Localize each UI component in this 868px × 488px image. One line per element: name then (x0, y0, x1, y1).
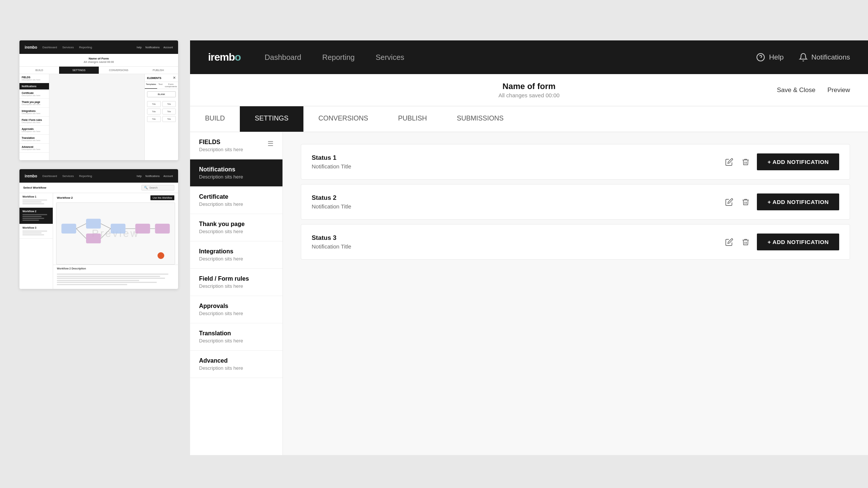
svg-line-11 (101, 229, 111, 238)
svg-rect-6 (135, 224, 150, 234)
sidebar-approvals-desc: Description sits here (199, 311, 273, 316)
sp1-si-approvals[interactable]: Approvals Description sits here (19, 126, 49, 135)
edit-icon-3[interactable] (724, 237, 734, 247)
sp1-el-text[interactable]: Text (157, 82, 163, 89)
sp1-nav-services[interactable]: Services (62, 46, 74, 49)
sp1-el-components[interactable]: Form components (163, 82, 178, 89)
sp2-workflow-body: Workflow 1 Workflow 2 (19, 193, 178, 289)
sp2-active-wf-title: Workflow 2 (57, 196, 73, 199)
sp1-si-advanced[interactable]: Advanced Description sits here (19, 144, 49, 153)
sidebar-item-thankyou[interactable]: Thank you page Description sits here (190, 214, 282, 241)
sp1-tab-settings[interactable]: SETTINGS (59, 67, 99, 74)
sp1-elements-title: ELEMENTS (147, 77, 161, 79)
sp1-si-thankyou[interactable]: Thank you page Description sits here (19, 99, 49, 108)
sidebar-notifications-desc: Description sits here (199, 174, 273, 180)
sp2-notifications[interactable]: Notifications (146, 175, 160, 177)
sp1-tab-build[interactable]: BUILD (19, 67, 59, 74)
sp1-si-integrations[interactable]: Integrations Description sits here (19, 108, 49, 117)
sp1-si-fields[interactable]: FIELDS Description sits here (19, 74, 49, 83)
save-close-button[interactable]: Save & Close (777, 86, 816, 94)
tab-submissions[interactable]: SUBMISSIONS (442, 106, 519, 132)
sp1-nav-reporting[interactable]: Reporting (79, 46, 92, 49)
svg-rect-4 (86, 234, 101, 243)
sp2-wf-item-3[interactable]: Workflow 3 (19, 224, 53, 239)
edit-icon-1[interactable] (724, 157, 734, 167)
sp2-nav-services[interactable]: Services (62, 174, 74, 178)
delete-icon-2[interactable] (740, 197, 751, 207)
tab-settings[interactable]: SETTINGS (240, 106, 303, 132)
sp1-grid-item-5[interactable]: Title (147, 116, 161, 122)
sp2-account[interactable]: Account (163, 175, 173, 177)
sp2-nav-dashboard[interactable]: Dashboard (42, 174, 57, 178)
status-1-label: Status 1 (312, 154, 351, 162)
status-2-info: Status 2 Notification Title (312, 194, 351, 210)
sidebar-item-translation[interactable]: Translation Description sits here (190, 323, 282, 351)
sp1-grid-item-6[interactable]: Title (162, 116, 176, 122)
add-notification-btn-2[interactable]: + ADD NOTIFICATION (757, 193, 839, 210)
sp1-help[interactable]: help (137, 46, 141, 49)
tab-publish[interactable]: PUBLISH (383, 106, 442, 132)
sidebar-approvals-title: Approvals (199, 303, 273, 309)
tab-conversions[interactable]: CONVERSIONS (303, 106, 383, 132)
delete-icon-1[interactable] (740, 157, 751, 167)
sp2-nav-reporting[interactable]: Reporting (79, 174, 92, 178)
notifications-button[interactable]: Notifications (799, 53, 850, 62)
search-input[interactable] (149, 186, 172, 189)
sp1-si-certificate[interactable]: Certificate Description sits here (19, 90, 49, 99)
sidebar-item-integrations[interactable]: Integrations Description sits here (190, 241, 282, 269)
delete-icon-3[interactable] (740, 237, 751, 247)
sp1-elements-close[interactable]: ✕ (173, 76, 176, 80)
status-1-info: Status 1 Notification Title (312, 154, 351, 170)
sp1-el-templates[interactable]: Templates (145, 82, 157, 89)
sp1-grid-item-4[interactable]: Title (162, 109, 176, 115)
sidebar-formrules-desc: Description sits here (199, 283, 273, 289)
status-card-2: Status 2 Notification Title + ADD NOTIFI… (301, 184, 850, 220)
sidebar-item-advanced[interactable]: Advanced Description sits here (190, 351, 282, 378)
status-3-label: Status 3 (312, 234, 351, 242)
sp1-si-formrules[interactable]: Field / Form rules Description sits here (19, 117, 49, 126)
sidebar-item-formrules[interactable]: Field / Form rules Description sits here (190, 269, 282, 296)
edit-icon-2[interactable] (724, 197, 734, 207)
workflow-diagram (56, 203, 175, 264)
add-notification-btn-3[interactable]: + ADD NOTIFICATION (757, 234, 839, 250)
add-notification-btn-1[interactable]: + ADD NOTIFICATION (757, 153, 839, 170)
sidebar: FIELDS Description sits here ☰ Notificat… (190, 132, 283, 455)
sp2-wf-item-2[interactable]: Workflow 2 (19, 208, 53, 224)
nav-dashboard[interactable]: Dashboard (265, 53, 301, 62)
sp2-logo: irembo (25, 174, 37, 178)
sp2-wf-item-1[interactable]: Workflow 1 (19, 193, 53, 208)
sp2-help[interactable]: help (137, 175, 141, 177)
sidebar-item-approvals[interactable]: Approvals Description sits here (190, 296, 282, 323)
sp1-grid-item-3[interactable]: Title (147, 109, 161, 115)
sp1-grid-item-1[interactable]: Title (147, 101, 161, 107)
notifications-label: Notifications (812, 53, 850, 61)
sidebar-translation-title: Translation (199, 330, 273, 337)
sp1-si-notifications[interactable]: Notifications (19, 83, 49, 90)
sp1-tab-publish[interactable]: PUBLISH (138, 67, 178, 74)
sp1-nav-dashboard[interactable]: Dashboard (42, 46, 57, 49)
status-2-label: Status 2 (312, 194, 351, 202)
sp1-blank-btn[interactable]: BLANK (147, 91, 176, 97)
sp2-wf-main: Workflow 2 Use this Workflow (53, 193, 178, 289)
sp1-account[interactable]: Account (163, 46, 173, 49)
sp1-nav-right: help Notifications Account (137, 46, 173, 49)
sidebar-item-notifications[interactable]: Notifications Description sits here (190, 159, 282, 187)
svg-line-8 (76, 224, 86, 229)
form-title-center: Name of form All changes saved 00:00 (498, 82, 559, 98)
sp1-notifications[interactable]: Notifications (146, 46, 160, 49)
sidebar-item-fields[interactable]: FIELDS Description sits here ☰ (190, 132, 282, 159)
nav-services[interactable]: Services (376, 53, 404, 62)
sidebar-advanced-desc: Description sits here (199, 365, 273, 371)
use-workflow-button[interactable]: Use this Workflow (150, 195, 174, 200)
tab-build[interactable]: BUILD (190, 106, 240, 132)
sp2-wf2-title: Workflow 2 (22, 210, 50, 213)
help-button[interactable]: Help (756, 53, 783, 62)
sp1-tab-conversions[interactable]: CONVERSIONS (99, 67, 138, 74)
sp1-grid-item-2[interactable]: Title (162, 101, 176, 107)
nav-reporting[interactable]: Reporting (322, 53, 355, 62)
sp1-si-translation[interactable]: Translation Description sits here (19, 135, 49, 144)
small-panels: irembo Dashboard Services Reporting help… (19, 40, 178, 289)
sidebar-item-certificate[interactable]: Certificate Description sits here (190, 187, 282, 214)
sp2-wf-description-title: Workflow 2 Description (53, 265, 178, 272)
preview-button[interactable]: Preview (828, 86, 850, 94)
